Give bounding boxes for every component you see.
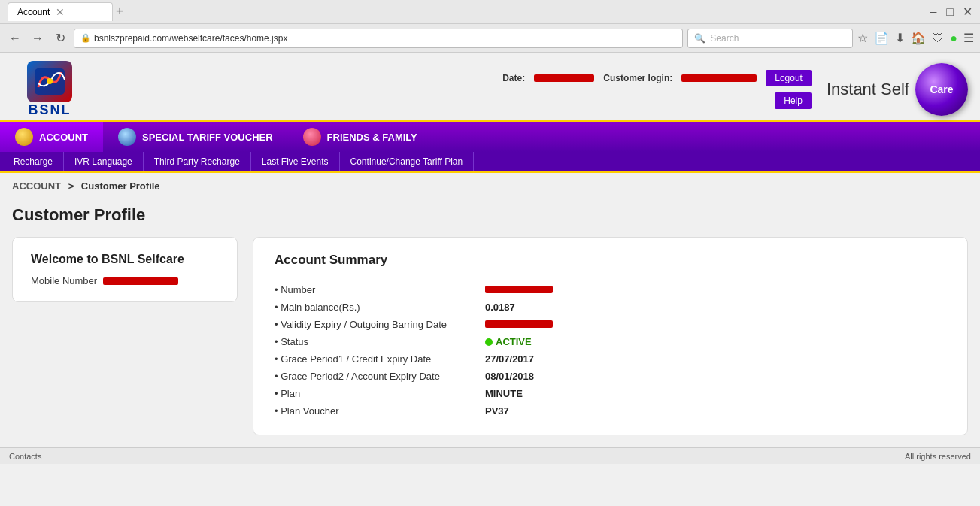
account-tab-label: ACCOUNT	[39, 132, 88, 143]
home-icon[interactable]: 🏠	[911, 31, 926, 45]
toolbar-icons: ☆ 📄 ⬇ 🏠 🛡 ● ☰	[857, 31, 974, 45]
welcome-card-title: Welcome to BSNL Selfcare	[31, 253, 219, 266]
table-row: Number	[275, 281, 946, 298]
customer-login-label: Customer login:	[603, 73, 672, 83]
table-row: Main balance(Rs.) 0.0187	[275, 298, 946, 316]
top-header: BSNL Date: Customer login: Logout Help I…	[0, 53, 980, 120]
nav-tab-stv[interactable]: SPECIAL TARIFF VOUCHER	[103, 122, 288, 152]
help-button[interactable]: Help	[775, 92, 812, 109]
search-bar[interactable]: 🔍 Search	[687, 29, 853, 48]
address-bar[interactable]: 🔒 bsnlszprepaid.com/webselfcare/faces/ho…	[74, 29, 683, 48]
validity-label: Validity Expiry / Outgoing Barring Date	[275, 316, 485, 333]
back-button[interactable]: ←	[6, 29, 24, 47]
bsnl-logo-icon	[27, 61, 72, 102]
subnav-last-five-events[interactable]: Last Five Events	[251, 152, 340, 171]
status-value: ACTIVE	[485, 333, 946, 350]
search-icon: 🔍	[694, 33, 705, 44]
stv-tab-icon	[118, 128, 136, 146]
download-icon[interactable]: ⬇	[895, 31, 905, 45]
customer-login-value-redacted	[681, 74, 757, 82]
bsnl-logo-svg	[31, 65, 68, 98]
status-text: ACTIVE	[496, 336, 532, 347]
mobile-label: Mobile Number	[31, 275, 97, 286]
header-top-bar: Date: Customer login: Logout	[502, 70, 812, 86]
shield-icon[interactable]: 🛡	[932, 32, 944, 45]
instant-self-care: Instant Self Care	[827, 63, 968, 116]
table-row: Validity Expiry / Outgoing Barring Date	[275, 316, 946, 333]
header-right: Date: Customer login: Logout Help	[502, 70, 812, 109]
breadcrumb-parent: ACCOUNT	[12, 180, 61, 192]
stv-tab-label: SPECIAL TARIFF VOUCHER	[142, 132, 273, 143]
search-placeholder: Search	[710, 33, 739, 44]
fnf-tab-label: FRIENDS & FAMILY	[327, 132, 417, 143]
breadcrumb-separator: >	[68, 180, 74, 192]
main-content: Customer Profile Welcome to BSNL Selfcar…	[0, 199, 980, 447]
date-value-redacted	[534, 74, 594, 82]
subnav-ivr-language[interactable]: IVR Language	[64, 152, 144, 171]
plan-voucher-value: PV37	[485, 402, 946, 420]
url-text: bsnlszprepaid.com/webselfcare/faces/home…	[94, 33, 287, 44]
number-label: Number	[275, 281, 485, 298]
table-row: Grace Period1 / Credit Expiry Date 27/07…	[275, 350, 946, 368]
plan-label: Plan	[275, 385, 485, 402]
restore-button[interactable]: □	[946, 5, 954, 19]
nav-tab-account[interactable]: ACCOUNT	[0, 122, 103, 152]
minimize-button[interactable]: ‒	[930, 5, 937, 19]
browser-toolbar: ← → ↻ 🔒 bsnlszprepaid.com/webselfcare/fa…	[0, 24, 980, 53]
number-value	[485, 281, 946, 298]
status-dot	[485, 338, 493, 346]
main-balance-value: 0.0187	[485, 298, 946, 316]
content-grid: Welcome to BSNL Selfcare Mobile Number A…	[12, 237, 968, 435]
grace2-value: 08/01/2018	[485, 368, 946, 385]
instant-self-care-text: Instant Self	[827, 80, 909, 99]
breadcrumb: ACCOUNT > Customer Profile	[0, 173, 980, 199]
subnav-recharge[interactable]: Recharge	[3, 152, 64, 171]
summary-table: Number Main balance(Rs.) 0.0187 Validity…	[275, 281, 946, 420]
subnav-third-party-recharge[interactable]: Third Party Recharge	[144, 152, 251, 171]
table-row: Status ACTIVE	[275, 333, 946, 350]
tab-title: Account	[17, 7, 50, 17]
account-summary-card: Account Summary Number Main balance(Rs.)…	[253, 237, 968, 435]
breadcrumb-current: Customer Profile	[81, 180, 160, 192]
bsnl-ext-icon[interactable]: ●	[950, 32, 957, 45]
browser-titlebar: Account ✕ + ‒ □ ✕	[0, 0, 980, 24]
new-tab-button[interactable]: +	[116, 4, 124, 20]
table-row: Plan Voucher PV37	[275, 402, 946, 420]
tab-bar: Account ✕ +	[8, 2, 124, 21]
welcome-card: Welcome to BSNL Selfcare Mobile Number	[12, 237, 238, 302]
grace1-value: 27/07/2017	[485, 350, 946, 368]
menu-icon[interactable]: ☰	[963, 31, 974, 45]
page-wrapper: BSNL Date: Customer login: Logout Help I…	[0, 53, 980, 447]
bsnl-logo: BSNL	[12, 61, 87, 118]
date-label: Date:	[502, 73, 525, 83]
table-row: Grace Period2 / Account Expiry Date 08/0…	[275, 368, 946, 385]
lock-icon: 🔒	[80, 33, 91, 43]
number-redacted	[485, 286, 553, 293]
instant-self-care-sphere: Care	[915, 63, 968, 116]
main-balance-label: Main balance(Rs.)	[275, 298, 485, 316]
grace1-label: Grace Period1 / Credit Expiry Date	[275, 350, 485, 368]
sub-nav: Recharge IVR Language Third Party Rechar…	[0, 152, 980, 173]
reload-button[interactable]: ↻	[51, 29, 69, 47]
main-nav: ACCOUNT SPECIAL TARIFF VOUCHER FRIENDS &…	[0, 120, 980, 152]
bookmark-icon[interactable]: ☆	[857, 31, 868, 45]
page-title: Customer Profile	[12, 205, 968, 225]
bsnl-logo-text: BSNL	[29, 102, 71, 118]
browser-tab[interactable]: Account ✕	[8, 2, 113, 21]
status-active: ACTIVE	[485, 336, 946, 347]
validity-value	[485, 316, 946, 333]
fnf-tab-icon	[303, 128, 321, 146]
plan-voucher-label: Plan Voucher	[275, 402, 485, 420]
nav-tab-fnf[interactable]: FRIENDS & FAMILY	[288, 122, 432, 152]
status-label: Status	[275, 333, 485, 350]
read-view-icon[interactable]: 📄	[874, 31, 889, 45]
svg-point-1	[47, 78, 53, 84]
table-row: Plan MINUTE	[275, 385, 946, 402]
forward-button[interactable]: →	[29, 29, 47, 47]
close-window-button[interactable]: ✕	[963, 5, 972, 19]
subnav-change-tariff[interactable]: Continue/Change Tariff Plan	[340, 152, 475, 171]
logout-button[interactable]: Logout	[766, 70, 812, 86]
validity-redacted	[485, 320, 553, 328]
footer-left: Contacts	[9, 452, 41, 461]
close-tab-button[interactable]: ✕	[56, 6, 65, 18]
